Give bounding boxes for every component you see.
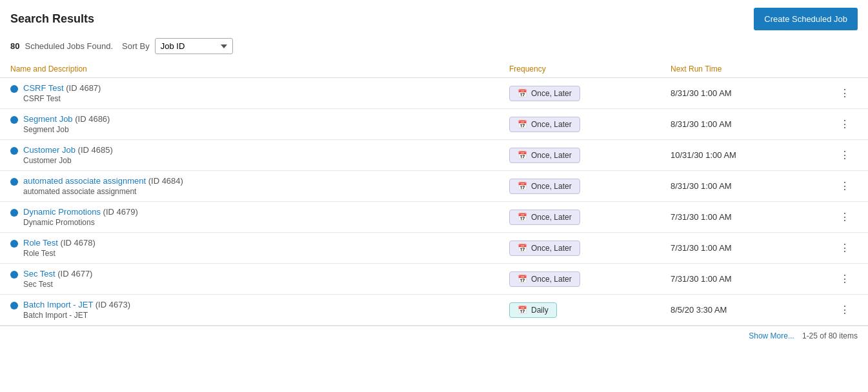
sort-select[interactable]: Job IDNameFrequencyNext Run Time [155, 38, 233, 54]
name-cell: Sec Test (ID 4677) Sec Test [10, 269, 509, 289]
job-name: automated associate assignment (ID 4684) [23, 176, 183, 186]
freq-badge: 📅 Once, Later [509, 271, 580, 287]
actions-cell: ⋮ [832, 179, 858, 193]
freq-cell: 📅 Once, Later [509, 117, 671, 132]
job-desc: CSRF Test [23, 94, 101, 103]
col-name: Name and Description [10, 64, 509, 74]
freq-cell: 📅 Once, Later [509, 148, 671, 163]
name-info: Segment Job (ID 4686) Segment Job [23, 114, 110, 134]
more-actions-button[interactable]: ⋮ [836, 117, 854, 132]
more-actions-button[interactable]: ⋮ [836, 271, 854, 286]
next-run: 7/31/30 1:00 AM [671, 212, 832, 222]
more-actions-button[interactable]: ⋮ [836, 210, 854, 224]
status-dot [10, 271, 18, 279]
result-count: 80 [10, 41, 19, 51]
actions-cell: ⋮ [832, 240, 858, 255]
page-title: Search Results [10, 12, 94, 26]
job-name-link[interactable]: Sec Test [23, 269, 56, 279]
job-id: (ID 4673) [96, 300, 130, 309]
job-id: (ID 4679) [103, 207, 138, 217]
freq-cell: 📅 Once, Later [509, 210, 671, 225]
actions-cell: ⋮ [832, 86, 858, 101]
table-row: automated associate assignment (ID 4684)… [0, 171, 868, 202]
footer: Show More... 1-25 of 80 items [0, 326, 868, 346]
status-dot [10, 85, 18, 93]
name-info: CSRF Test (ID 4687) CSRF Test [23, 83, 101, 103]
freq-cell: 📅 Once, Later [509, 271, 671, 287]
name-info: automated associate assignment (ID 4684)… [23, 176, 183, 196]
name-cell: automated associate assignment (ID 4684)… [10, 176, 509, 196]
calendar-icon: 📅 [518, 182, 527, 191]
show-more-link[interactable]: Show More... [749, 331, 794, 340]
calendar-icon: 📅 [518, 306, 527, 315]
job-id: (ID 4677) [57, 269, 92, 279]
status-dot [10, 240, 18, 248]
name-info: Role Test (ID 4678) Role Test [23, 238, 96, 258]
freq-badge: 📅 Once, Later [509, 179, 580, 194]
job-name-link[interactable]: Customer Job [23, 145, 76, 155]
freq-cell: 📅 Once, Later [509, 86, 671, 101]
job-name-link[interactable]: Segment Job [23, 114, 73, 124]
name-info: Customer Job (ID 4685) Customer Job [23, 145, 113, 165]
result-count-label: Scheduled Jobs Found. [25, 41, 113, 51]
job-name: Batch Import - JET (ID 4673) [23, 300, 130, 309]
table-body: CSRF Test (ID 4687) CSRF Test 📅 Once, La… [0, 78, 868, 326]
more-actions-button[interactable]: ⋮ [836, 148, 854, 162]
calendar-icon: 📅 [518, 275, 527, 284]
status-dot [10, 116, 18, 124]
next-run: 8/5/20 3:30 AM [671, 305, 832, 315]
next-run: 7/31/30 1:00 AM [671, 243, 832, 253]
job-name-link[interactable]: automated associate assignment [23, 176, 146, 186]
job-name: Segment Job (ID 4686) [23, 114, 110, 124]
create-scheduled-job-button[interactable]: Create Scheduled Job [754, 8, 858, 30]
job-id: (ID 4684) [148, 176, 183, 186]
name-cell: Batch Import - JET (ID 4673) Batch Impor… [10, 300, 509, 320]
name-cell: Role Test (ID 4678) Role Test [10, 238, 509, 258]
table-row: Segment Job (ID 4686) Segment Job 📅 Once… [0, 109, 868, 140]
table-row: Dynamic Promotions (ID 4679) Dynamic Pro… [0, 202, 868, 233]
freq-badge: 📅 Daily [509, 302, 557, 318]
more-actions-button[interactable]: ⋮ [836, 302, 854, 317]
job-desc: automated associate assignment [23, 187, 183, 196]
sort-by-label: Sort By [122, 41, 150, 51]
status-dot [10, 178, 18, 186]
job-desc: Customer Job [23, 156, 113, 165]
table-row: Sec Test (ID 4677) Sec Test 📅 Once, Late… [0, 264, 868, 295]
freq-badge: 📅 Once, Later [509, 240, 580, 256]
more-actions-button[interactable]: ⋮ [836, 240, 854, 255]
next-run: 8/31/30 1:00 AM [671, 88, 832, 98]
table-row: Role Test (ID 4678) Role Test 📅 Once, La… [0, 233, 868, 264]
next-run: 8/31/30 1:00 AM [671, 119, 832, 129]
status-dot [10, 147, 18, 155]
name-info: Dynamic Promotions (ID 4679) Dynamic Pro… [23, 207, 138, 227]
actions-cell: ⋮ [832, 302, 858, 317]
pagination-info: 1-25 of 80 items [802, 331, 858, 340]
freq-cell: 📅 Once, Later [509, 179, 671, 194]
freq-badge: 📅 Once, Later [509, 86, 580, 101]
job-desc: Batch Import - JET [23, 311, 130, 320]
job-name-link[interactable]: CSRF Test [23, 83, 64, 93]
col-next-run: Next Run Time [671, 64, 832, 74]
freq-badge: 📅 Once, Later [509, 117, 580, 132]
job-desc: Sec Test [23, 280, 92, 289]
table-header: Name and Description Frequency Next Run … [0, 61, 868, 78]
job-id: (ID 4678) [61, 238, 96, 248]
more-actions-button[interactable]: ⋮ [836, 86, 854, 101]
job-name-link[interactable]: Batch Import - JET [23, 300, 93, 309]
calendar-icon: 📅 [518, 151, 527, 160]
calendar-icon: 📅 [518, 120, 527, 129]
freq-cell: 📅 Daily [509, 302, 671, 318]
actions-cell: ⋮ [832, 148, 858, 162]
name-cell: CSRF Test (ID 4687) CSRF Test [10, 83, 509, 103]
table-row: Customer Job (ID 4685) Customer Job 📅 On… [0, 140, 868, 171]
more-actions-button[interactable]: ⋮ [836, 179, 854, 193]
name-cell: Segment Job (ID 4686) Segment Job [10, 114, 509, 134]
job-name-link[interactable]: Dynamic Promotions [23, 207, 101, 217]
calendar-icon: 📅 [518, 89, 527, 98]
job-desc: Segment Job [23, 125, 110, 134]
job-name-link[interactable]: Role Test [23, 238, 58, 248]
freq-cell: 📅 Once, Later [509, 240, 671, 256]
job-desc: Dynamic Promotions [23, 218, 138, 227]
table-row: CSRF Test (ID 4687) CSRF Test 📅 Once, La… [0, 78, 868, 109]
job-name: Customer Job (ID 4685) [23, 145, 113, 155]
